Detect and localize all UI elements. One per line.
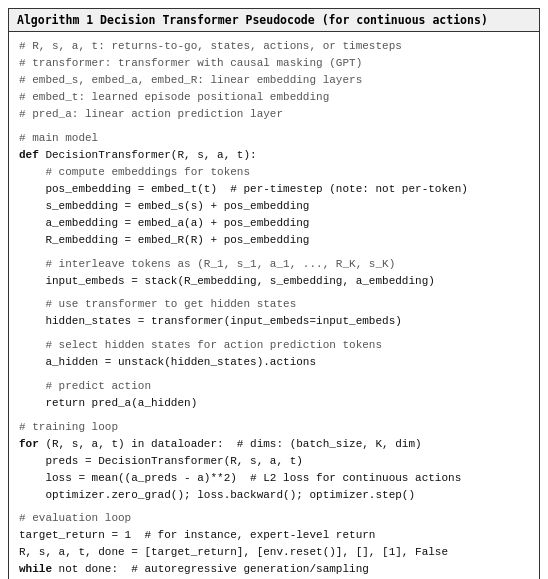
code-line: s_embedding = embed_s(s) + pos_embedding: [19, 198, 529, 215]
code-line: while not done: # autoregressive generat…: [19, 561, 529, 578]
code-line: input_embeds = stack(R_embedding, s_embe…: [19, 273, 529, 290]
code-line: [19, 371, 529, 378]
code-line: a_hidden = unstack(hidden_states).action…: [19, 354, 529, 371]
code-line: target_return = 1 # for instance, expert…: [19, 527, 529, 544]
code-line: optimizer.zero_grad(); loss.backward(); …: [19, 487, 529, 504]
code-line: # embed_s, embed_a, embed_R: linear embe…: [19, 72, 529, 89]
code-line: # pred_a: linear action prediction layer: [19, 106, 529, 123]
code-line: a_embedding = embed_a(a) + pos_embedding: [19, 215, 529, 232]
code-line: # embed_t: learned episode positional em…: [19, 89, 529, 106]
code-line: # interleave tokens as (R_1, s_1, a_1, .…: [19, 256, 529, 273]
code-line: # evaluation loop: [19, 510, 529, 527]
code-line: # compute embeddings for tokens: [19, 164, 529, 181]
code-line: [19, 504, 529, 511]
code-line: # R, s, a, t: returns-to-go, states, act…: [19, 38, 529, 55]
code-line: pos_embedding = embed_t(t) # per-timeste…: [19, 181, 529, 198]
code-line: loss = mean((a_preds - a)**2) # L2 loss …: [19, 470, 529, 487]
code-line: # transformer: transformer with causal m…: [19, 55, 529, 72]
algorithm-body: # R, s, a, t: returns-to-go, states, act…: [9, 32, 539, 579]
code-line: def DecisionTransformer(R, s, a, t):: [19, 147, 529, 164]
code-line: # select hidden states for action predic…: [19, 337, 529, 354]
code-line: # use transformer to get hidden states: [19, 296, 529, 313]
code-line: # predict action: [19, 378, 529, 395]
code-line: R, s, a, t, done = [target_return], [env…: [19, 544, 529, 561]
code-line: [19, 331, 529, 338]
code-line: [19, 123, 529, 130]
algorithm-header: Algorithm 1 Decision Transformer Pseudoc…: [9, 9, 539, 32]
algorithm-box: Algorithm 1 Decision Transformer Pseudoc…: [8, 8, 540, 579]
code-line: for (R, s, a, t) in dataloader: # dims: …: [19, 436, 529, 453]
algorithm-title: Algorithm 1 Decision Transformer Pseudoc…: [17, 13, 488, 27]
code-line: return pred_a(a_hidden): [19, 395, 529, 412]
code-line: [19, 412, 529, 419]
code-line: hidden_states = transformer(input_embeds…: [19, 313, 529, 330]
code-line: preds = DecisionTransformer(R, s, a, t): [19, 453, 529, 470]
code-line: R_embedding = embed_R(R) + pos_embedding: [19, 232, 529, 249]
code-line: # training loop: [19, 419, 529, 436]
code-line: # main model: [19, 130, 529, 147]
code-line: [19, 290, 529, 297]
code-line: [19, 249, 529, 256]
